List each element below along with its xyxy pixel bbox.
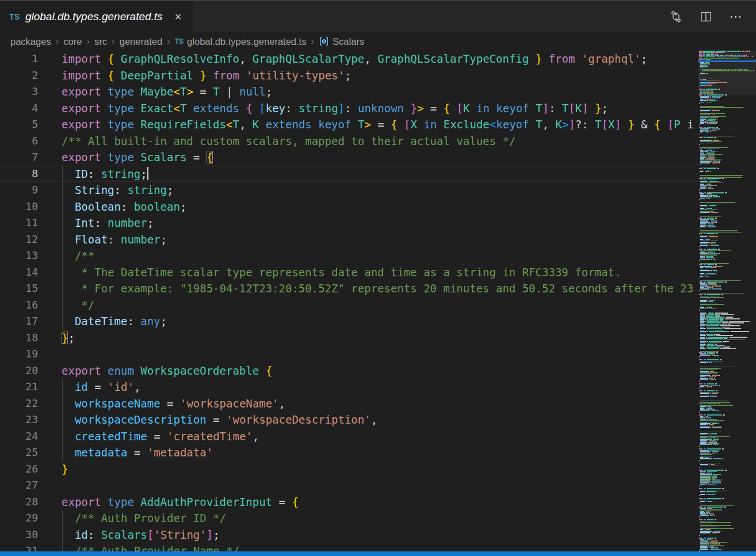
minimap-line <box>705 344 706 345</box>
minimap-line <box>711 207 715 208</box>
minimap-line <box>709 210 716 211</box>
code-token <box>62 315 75 327</box>
minimap-line <box>747 70 750 71</box>
minimap-line <box>700 245 708 246</box>
code-line[interactable]: 8 ID: string; <box>0 166 698 182</box>
minimap-line <box>708 437 708 439</box>
minimap-line <box>705 120 705 121</box>
code-line[interactable]: 12 Float: number; <box>0 231 698 248</box>
code-text: String: string; <box>62 182 174 199</box>
minimap-line <box>705 508 706 509</box>
minimap-line <box>707 307 711 308</box>
minimap-line <box>700 193 704 195</box>
code-line[interactable]: 1import { GraphQLResolveInfo, GraphQLSca… <box>0 51 698 67</box>
minimap-line <box>700 342 705 344</box>
minimap[interactable] <box>698 51 756 551</box>
code-line[interactable]: 10 Boolean: boolean; <box>0 199 698 215</box>
code-line[interactable]: 7export type Scalars = { <box>0 149 698 166</box>
breadcrumb-item-core[interactable]: core <box>63 36 82 47</box>
code-line[interactable]: 19 <box>0 346 698 363</box>
minimap-line <box>730 56 730 58</box>
breadcrumb-item-scalars[interactable]: Scalars <box>319 36 364 47</box>
code-line[interactable]: 6/** All built-in and custom scalars, ma… <box>0 133 698 150</box>
minimap-line <box>735 55 736 56</box>
code-line[interactable]: 21 id = 'id', <box>0 379 698 395</box>
minimap-line <box>720 426 721 427</box>
code-line[interactable]: 30 id: Scalars['String']; <box>0 527 698 543</box>
minimap-line <box>700 128 709 130</box>
minimap-line <box>705 267 715 268</box>
minimap-line <box>707 153 714 154</box>
code-line[interactable]: 27 <box>0 477 698 494</box>
code-token: : <box>88 167 101 180</box>
minimap-line <box>700 263 729 264</box>
split-editor-icon[interactable] <box>698 9 713 24</box>
minimap-line <box>707 192 724 193</box>
code-token: metadata <box>75 446 128 459</box>
minimap-line <box>708 252 713 253</box>
minimap-line <box>723 414 725 416</box>
code-line[interactable]: 25 metadata = 'metadata' <box>0 444 698 461</box>
code-line[interactable]: 5export type RequireFields<T, K extends … <box>0 116 698 133</box>
code-line[interactable]: 31 /** Auth Provider Name */ <box>0 543 698 551</box>
code-token: extends <box>266 118 312 131</box>
open-changes-icon[interactable] <box>669 9 684 24</box>
code-line[interactable]: 3export type Maybe<T> = T | null; <box>0 83 698 100</box>
minimap-line <box>705 184 705 185</box>
line-number: 5 <box>0 116 38 133</box>
code-token: GraphQLScalarTypeConfig <box>377 52 529 65</box>
minimap-line <box>704 432 706 433</box>
code-line[interactable]: 2import { DeepPartial } from 'utility-ty… <box>0 67 698 84</box>
minimap-line <box>722 498 724 499</box>
editor-tab[interactable]: TS global.db.types.generated.ts ✕ <box>0 1 193 32</box>
minimap-line <box>713 546 714 547</box>
code-text: workspaceDescription = 'workspaceDescrip… <box>62 412 377 428</box>
code-line[interactable]: 26} <box>0 461 698 478</box>
code-line[interactable]: 11 Int: number; <box>0 215 698 231</box>
code-text: ID: string; <box>62 166 148 182</box>
code-line[interactable]: 20export enum WorkspaceOrderable { <box>0 363 698 379</box>
minimap-line <box>700 300 707 301</box>
minimap-line <box>709 441 716 443</box>
minimap-line <box>712 186 712 188</box>
minimap-line <box>710 97 711 98</box>
minimap-line <box>706 252 707 253</box>
minimap-line <box>700 100 707 101</box>
more-actions-icon[interactable]: ⋯ <box>728 9 743 24</box>
minimap-line <box>700 85 705 86</box>
code-area[interactable]: 1import { GraphQLResolveInfo, GraphQLSca… <box>0 51 698 551</box>
code-line[interactable]: 22 workspaceName = 'workspaceName', <box>0 395 698 412</box>
breadcrumb-item-packages[interactable]: packages <box>10 36 51 47</box>
code-line[interactable]: 17 DateTime: any; <box>0 313 698 330</box>
code-line[interactable]: 23 workspaceDescription = 'workspaceDesc… <box>0 412 698 428</box>
code-line[interactable]: 9 String: string; <box>0 182 698 199</box>
minimap-line <box>709 284 716 285</box>
code-line[interactable]: 24 createdTime = 'createdTime', <box>0 428 698 445</box>
code-line[interactable]: 18}; <box>0 330 698 346</box>
code-line[interactable]: 15 * For example: "1985-04-12T23:20:50.5… <box>0 280 698 297</box>
minimap-line <box>716 56 716 58</box>
minimap-line <box>711 427 711 428</box>
minimap-line <box>700 177 742 178</box>
minimap-line <box>704 70 709 71</box>
code-text: Boolean: boolean; <box>62 199 186 215</box>
minimap-line <box>712 493 719 494</box>
code-line[interactable]: 28export type AddAuthProviderInput = { <box>0 494 698 511</box>
code-line[interactable]: 4export type Exact<T extends { [key: str… <box>0 100 698 117</box>
minimap-line <box>700 444 711 445</box>
breadcrumb-separator: › <box>56 36 59 47</box>
breadcrumb-item-global-db-types-generated-ts[interactable]: TSglobal.db.types.generated.ts <box>175 36 307 47</box>
code-token <box>239 102 246 115</box>
code-line[interactable]: 29 /** Auth Provider ID */ <box>0 510 698 527</box>
code-token: keyof <box>496 102 529 115</box>
code-line[interactable]: 13 /** <box>0 247 698 264</box>
code-line[interactable]: 16 */ <box>0 297 698 314</box>
minimap-line <box>700 325 704 326</box>
minimap-line <box>708 119 716 120</box>
breadcrumb-item-generated[interactable]: generated <box>120 36 162 47</box>
code-line[interactable]: 14 * The DateTime scalar type represents… <box>0 264 698 281</box>
breadcrumb-item-src[interactable]: src <box>94 36 107 47</box>
close-tab-icon[interactable]: ✕ <box>172 10 184 24</box>
minimap-line <box>709 245 709 246</box>
minimap-line <box>704 131 704 132</box>
